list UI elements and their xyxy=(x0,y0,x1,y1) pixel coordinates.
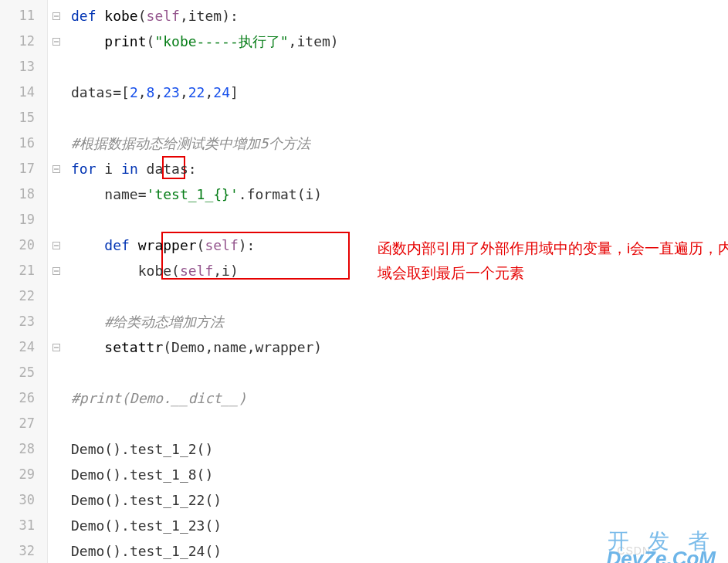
code-token: self xyxy=(205,237,238,253)
fold-icon[interactable] xyxy=(48,258,65,283)
code-token xyxy=(71,186,104,202)
code-line[interactable] xyxy=(65,283,728,309)
fold-icon xyxy=(48,309,65,334)
code-token xyxy=(71,263,138,279)
line-number: 13 xyxy=(0,54,47,80)
code-line[interactable]: #给类动态增加方法 xyxy=(65,309,728,334)
code-token: Demo xyxy=(71,492,104,508)
code-token: ] xyxy=(230,84,239,100)
code-token: , xyxy=(247,339,256,355)
code-area[interactable]: 函数内部引用了外部作用域中的变量，i会一直遍历，内部作用域会取到最后一个元素 d… xyxy=(65,0,728,563)
code-token xyxy=(71,339,104,355)
fold-icon xyxy=(48,207,65,232)
fold-icon[interactable] xyxy=(48,334,65,360)
code-line[interactable] xyxy=(65,360,728,385)
code-token: test_1_23 xyxy=(130,517,205,534)
code-token: , xyxy=(180,8,188,24)
fold-icon xyxy=(48,360,65,385)
fold-icon xyxy=(48,54,65,80)
line-number: 22 xyxy=(0,283,47,309)
code-token: item xyxy=(296,33,330,49)
code-token: , xyxy=(180,84,188,100)
code-token: ( xyxy=(171,263,180,279)
code-editor: 1112131415161718192021222324252627282930… xyxy=(0,0,728,563)
code-line[interactable] xyxy=(65,411,728,436)
line-number-gutter: 1112131415161718192021222324252627282930… xyxy=(0,0,48,563)
code-token: ) xyxy=(313,186,322,202)
line-number: 19 xyxy=(0,207,47,232)
fold-icon[interactable] xyxy=(48,156,65,181)
fold-icon xyxy=(48,283,65,309)
code-token: ( xyxy=(163,339,171,355)
code-token: =[ xyxy=(113,84,130,100)
code-token: (). xyxy=(104,492,130,508)
code-token: , xyxy=(154,84,163,100)
code-line[interactable]: Demo().test_1_22() xyxy=(65,487,728,513)
code-line[interactable]: #根据数据动态给测试类中增加5个方法 xyxy=(65,131,728,156)
code-token: ): xyxy=(239,237,256,253)
code-token: , xyxy=(213,263,222,279)
line-number: 28 xyxy=(0,436,47,462)
line-number: 25 xyxy=(0,360,47,385)
code-token: test_1_24 xyxy=(130,543,205,559)
code-token: #给类动态增加方法 xyxy=(104,314,224,330)
code-line[interactable] xyxy=(65,207,728,232)
code-token: () xyxy=(197,466,214,483)
code-line[interactable]: name='test_1_{}'.format(i) xyxy=(65,181,728,207)
code-line[interactable]: datas=[2,8,23,22,24] xyxy=(65,80,728,105)
code-line[interactable]: def kobe(self,item): xyxy=(65,3,728,29)
code-line[interactable]: #print(Demo.__dict__) xyxy=(65,385,728,411)
code-token: wrapper xyxy=(255,339,313,355)
code-line[interactable]: print("kobe-----执行了",item) xyxy=(65,29,728,54)
code-token: name xyxy=(213,339,246,355)
code-token: i xyxy=(306,186,314,202)
code-line[interactable]: Demo().test_1_8() xyxy=(65,462,728,487)
code-token: ) xyxy=(313,339,322,355)
code-line[interactable]: kobe(self,i) xyxy=(65,258,728,283)
code-token: i xyxy=(222,263,230,279)
code-token: self xyxy=(180,263,213,279)
code-token: ( xyxy=(138,8,147,24)
fold-icon[interactable] xyxy=(48,3,65,29)
code-line[interactable]: Demo().test_1_2() xyxy=(65,436,728,462)
code-token: self xyxy=(147,8,180,24)
code-line[interactable]: def wrapper(self): xyxy=(65,232,728,258)
code-token: kobe xyxy=(138,263,171,279)
code-token: ( xyxy=(297,186,306,202)
code-token: 8 xyxy=(147,84,155,100)
fold-gutter xyxy=(48,0,65,563)
fold-icon[interactable] xyxy=(48,29,65,54)
line-number: 23 xyxy=(0,309,47,334)
code-line[interactable]: setattr(Demo,name,wrapper) xyxy=(65,334,728,360)
code-token: . xyxy=(239,186,247,202)
line-number: 30 xyxy=(0,487,47,513)
line-number: 16 xyxy=(0,131,47,156)
fold-icon xyxy=(48,411,65,436)
fold-icon[interactable] xyxy=(48,232,65,258)
fold-icon xyxy=(48,436,65,462)
code-token: "kobe-----执行了" xyxy=(154,33,288,49)
line-number: 24 xyxy=(0,334,47,360)
code-token xyxy=(71,237,104,253)
code-token: () xyxy=(197,441,214,457)
code-token: () xyxy=(205,543,222,559)
code-line[interactable] xyxy=(65,105,728,131)
fold-icon xyxy=(48,181,65,207)
line-number: 11 xyxy=(0,3,47,29)
code-token: kobe xyxy=(104,8,137,24)
code-token: item xyxy=(188,8,222,24)
fold-icon xyxy=(48,385,65,411)
code-token: test_1_2 xyxy=(130,441,197,457)
line-number: 32 xyxy=(0,538,47,563)
code-token xyxy=(71,314,104,330)
code-token: datas xyxy=(71,84,113,100)
code-line[interactable] xyxy=(65,54,728,80)
code-token: (). xyxy=(104,543,130,559)
code-token: 2 xyxy=(130,84,138,100)
code-token: for xyxy=(71,161,104,177)
line-number: 26 xyxy=(0,385,47,411)
code-token: , xyxy=(138,84,147,100)
code-token: , xyxy=(289,33,297,49)
code-line[interactable]: for i in datas: xyxy=(65,156,728,181)
code-token: ) xyxy=(330,33,339,49)
